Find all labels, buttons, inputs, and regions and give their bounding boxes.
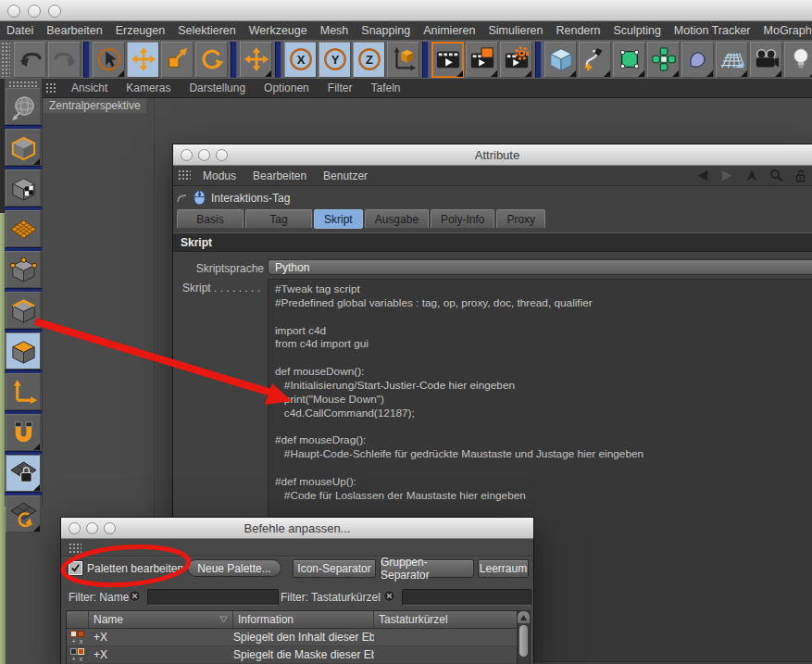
viewport-menu-darstellung[interactable]: Darstellung xyxy=(180,81,255,94)
generators-button[interactable] xyxy=(647,42,680,78)
sidebar-grip[interactable] xyxy=(8,81,38,87)
texture-axis-mode-button[interactable] xyxy=(6,88,41,125)
window-minimize-button[interactable] xyxy=(28,5,41,18)
window-zoom-button[interactable] xyxy=(216,149,228,161)
tab-basis[interactable]: Basis xyxy=(177,209,244,229)
window-zoom-button[interactable] xyxy=(48,5,61,18)
scrollbar-thumb[interactable] xyxy=(519,625,528,657)
viewport-menu-ansicht[interactable]: Ansicht xyxy=(62,81,117,94)
window-zoom-button[interactable] xyxy=(104,522,116,534)
viewport-menu-kameras[interactable]: Kameras xyxy=(117,81,180,94)
attribute-menubar-grip[interactable] xyxy=(178,169,191,182)
floor-button[interactable] xyxy=(716,42,748,78)
attribute-window-controls[interactable] xyxy=(181,149,228,161)
lock-icon[interactable] xyxy=(794,169,806,183)
new-palette-button[interactable]: Neue Palette... xyxy=(187,559,281,577)
scroll-up-button[interactable] xyxy=(518,611,530,623)
add-cube-button[interactable] xyxy=(544,42,577,78)
tab-skript[interactable]: Skript xyxy=(314,209,363,229)
menu-rendern[interactable]: Rendern xyxy=(549,24,606,37)
menu-erzeugen[interactable]: Erzeugen xyxy=(109,24,172,37)
table-scrollbar[interactable] xyxy=(517,611,530,664)
window-close-button[interactable] xyxy=(69,522,81,534)
menu-mograph[interactable]: MoGraph xyxy=(757,24,812,37)
edges-mode-button[interactable] xyxy=(6,292,41,329)
tab-tag[interactable]: Tag xyxy=(245,209,312,229)
undo-button[interactable] xyxy=(14,42,46,78)
clear-filter-name-icon[interactable] xyxy=(129,590,141,602)
menu-werkzeuge[interactable]: Werkzeuge xyxy=(243,24,314,37)
move-tool-button[interactable] xyxy=(127,42,159,78)
menu-sculpting[interactable]: Sculpting xyxy=(606,24,667,37)
filter-shortcut-input[interactable] xyxy=(402,589,531,606)
menu-motion-tracker[interactable]: Motion Tracker xyxy=(668,24,757,37)
last-tool-button[interactable] xyxy=(240,42,272,78)
edit-palettes-label[interactable]: Paletten bearbeiten xyxy=(87,562,183,575)
menu-simulieren[interactable]: Simulieren xyxy=(481,24,549,37)
viewport-menu-filter[interactable]: Filter xyxy=(319,81,362,94)
live-selection-button[interactable] xyxy=(93,42,125,78)
history-back-icon[interactable] xyxy=(695,169,709,182)
menu-snapping[interactable]: Snapping xyxy=(355,24,417,37)
lock-workplane-button[interactable] xyxy=(6,455,41,492)
rotate-tool-button[interactable] xyxy=(195,42,228,78)
history-forward-icon[interactable] xyxy=(720,169,734,182)
model-mode-button[interactable] xyxy=(6,129,41,166)
viewport-menu-optionen[interactable]: Optionen xyxy=(255,81,319,94)
menu-selektieren[interactable]: Selektieren xyxy=(171,24,243,37)
enable-axis-button[interactable] xyxy=(6,373,41,410)
light-button[interactable] xyxy=(784,42,812,78)
table-row[interactable]: +x +X Spiegelt die Maske dieser Eb xyxy=(67,646,530,664)
attribute-titlebar[interactable]: Attribute xyxy=(173,144,812,166)
shortcut-column-header[interactable]: Tastaturkürzel xyxy=(374,611,530,628)
window-minimize-button[interactable] xyxy=(198,149,210,161)
customize-window-grip[interactable] xyxy=(69,543,81,553)
tab-poly-info[interactable]: Poly-Info xyxy=(431,209,494,229)
toolbar-grip[interactable] xyxy=(1,42,10,77)
search-icon[interactable] xyxy=(769,169,783,182)
information-column-header[interactable]: Information xyxy=(233,611,374,628)
camera-button[interactable] xyxy=(750,42,782,78)
table-row[interactable]: +x +X Spiegelt den Inhalt dieser Eb xyxy=(67,629,530,646)
spline-pen-button[interactable] xyxy=(579,42,611,78)
customize-window-controls[interactable] xyxy=(69,522,116,534)
polygons-mode-button[interactable] xyxy=(6,332,41,370)
icon-column-header[interactable] xyxy=(67,611,89,628)
render-view-button[interactable] xyxy=(431,42,464,78)
tab-proxy[interactable]: Proxy xyxy=(496,209,545,229)
viewport-menu-tafeln[interactable]: Tafeln xyxy=(361,81,409,94)
sort-triangle-icon[interactable] xyxy=(219,616,228,623)
customize-commands-titlebar[interactable]: Befehle anpassen... xyxy=(61,518,533,539)
group-separator-button[interactable]: Gruppen-Separator xyxy=(380,559,474,578)
window-close-button[interactable] xyxy=(7,5,20,18)
viewport-menubar-grip[interactable] xyxy=(45,82,57,94)
clear-filter-shortcut-icon[interactable] xyxy=(383,590,395,602)
render-settings-button[interactable] xyxy=(500,42,532,78)
icon-separator-button[interactable]: Icon-Separator xyxy=(293,559,376,578)
navigate-up-icon[interactable] xyxy=(745,169,758,182)
filter-name-input[interactable] xyxy=(147,589,279,606)
scale-tool-button[interactable] xyxy=(161,42,194,78)
deformer-button[interactable] xyxy=(681,42,714,78)
attr-menu-benutzer[interactable]: Benutzer xyxy=(315,169,376,182)
tab-ausgabe[interactable]: Ausgabe xyxy=(365,209,429,229)
language-select[interactable]: Python xyxy=(268,259,812,275)
menu-animieren[interactable]: Animieren xyxy=(417,24,481,37)
redo-button[interactable] xyxy=(48,42,81,78)
edit-palettes-checkbox[interactable] xyxy=(69,561,82,575)
attribute-object-row[interactable]: Interaktions-Tag xyxy=(173,186,812,209)
workplane-mode-button[interactable] xyxy=(6,210,41,247)
planar-workplane-button[interactable] xyxy=(6,495,41,532)
attr-menu-bearbeiten[interactable]: Bearbeiten xyxy=(244,169,315,182)
axis-x-toggle[interactable]: X xyxy=(284,42,317,78)
window-close-button[interactable] xyxy=(181,149,193,161)
attr-menu-modus[interactable]: Modus xyxy=(194,169,244,182)
axis-z-toggle[interactable]: Z xyxy=(353,42,385,78)
main-window-controls[interactable] xyxy=(7,5,61,18)
coordinate-system-button[interactable] xyxy=(387,42,419,78)
menu-mesh[interactable]: Mesh xyxy=(314,24,356,37)
subdivision-surface-button[interactable] xyxy=(613,42,645,78)
menu-bearbeiten[interactable]: Bearbeiten xyxy=(40,24,108,37)
name-column-header[interactable]: Name xyxy=(89,611,233,628)
texture-mode-button[interactable] xyxy=(6,169,41,207)
